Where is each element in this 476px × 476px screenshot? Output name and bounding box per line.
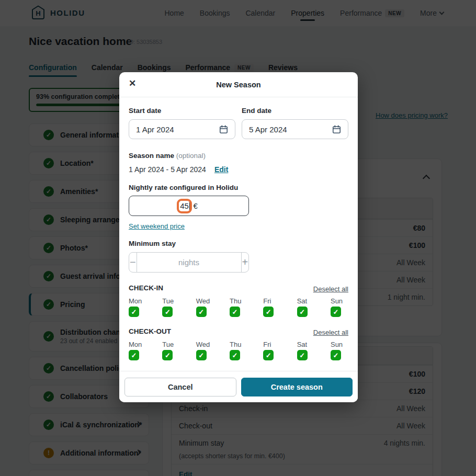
minimum-stay-stepper: − + <box>129 252 249 273</box>
end-date-input[interactable]: 5 Apr 2024 <box>242 119 348 139</box>
check-in-day-labels: Mon Tue Wed Thu Fri Sat Sun <box>129 296 348 305</box>
edit-season-name-link[interactable]: Edit <box>214 165 228 174</box>
check-out-fri-checkbox[interactable]: ✓ <box>263 350 274 360</box>
calendar-icon[interactable] <box>219 124 229 134</box>
nightly-rate-input[interactable]: 45 € <box>129 196 249 216</box>
check-out-sun-checkbox[interactable]: ✓ <box>331 350 341 360</box>
check-out-tue-checkbox[interactable]: ✓ <box>162 350 173 360</box>
season-name-label: Season name (optional) <box>129 152 206 160</box>
start-date-label: Start date <box>129 107 161 115</box>
check-out-section-label: CHECK-OUT <box>129 327 171 335</box>
optional-hint: (optional) <box>176 152 206 160</box>
minimum-stay-label: Minimum stay <box>129 240 176 247</box>
modal-footer: Cancel Create season <box>119 371 358 402</box>
modal-header: ✕ New Season <box>119 72 358 97</box>
check-out-day-labels: Mon Tue Wed Thu Fri Sat Sun <box>129 339 348 349</box>
modal-title: New Season <box>216 81 260 89</box>
start-date-input[interactable]: 1 Apr 2024 <box>129 119 235 139</box>
create-season-button[interactable]: Create season <box>241 378 353 396</box>
check-out-sat-checkbox[interactable]: ✓ <box>297 350 308 360</box>
check-out-deselect-all-link[interactable]: Deselect all <box>313 328 348 336</box>
end-date-label: End date <box>242 107 271 115</box>
check-out-day-checkboxes: ✓ ✓ ✓ ✓ ✓ ✓ ✓ <box>129 350 348 360</box>
check-in-sun-checkbox[interactable]: ✓ <box>331 307 341 317</box>
decrement-button[interactable]: − <box>129 253 137 272</box>
check-in-mon-checkbox[interactable]: ✓ <box>129 307 139 317</box>
currency-symbol: € <box>194 201 198 210</box>
increment-button[interactable]: + <box>241 253 249 272</box>
season-name-value: 1 Apr 2024 - 5 Apr 2024 <box>129 165 206 174</box>
check-in-tue-checkbox[interactable]: ✓ <box>162 307 173 317</box>
check-in-fri-checkbox[interactable]: ✓ <box>263 307 274 317</box>
check-in-section-label: CHECK-IN <box>129 284 163 292</box>
season-name-row: 1 Apr 2024 - 5 Apr 2024 Edit <box>129 165 228 174</box>
cancel-button[interactable]: Cancel <box>124 378 236 396</box>
nights-input[interactable] <box>137 253 241 272</box>
check-in-day-checkboxes: ✓ ✓ ✓ ✓ ✓ ✓ ✓ <box>129 307 348 317</box>
set-weekend-price-link[interactable]: Set weekend price <box>129 222 185 230</box>
check-in-deselect-all-link[interactable]: Deselect all <box>313 285 348 293</box>
check-out-wed-checkbox[interactable]: ✓ <box>196 350 207 360</box>
nightly-rate-value: 45 <box>180 201 189 210</box>
calendar-icon[interactable] <box>332 124 342 134</box>
check-in-wed-checkbox[interactable]: ✓ <box>196 307 207 317</box>
check-in-thu-checkbox[interactable]: ✓ <box>230 307 240 317</box>
new-season-modal: ✕ New Season Start date End date 1 Apr 2… <box>119 72 358 402</box>
check-out-thu-checkbox[interactable]: ✓ <box>230 350 240 360</box>
nightly-rate-label: Nightly rate configured in Holidu <box>129 184 238 191</box>
close-icon[interactable]: ✕ <box>129 79 136 88</box>
text-cursor <box>189 201 190 211</box>
check-out-mon-checkbox[interactable]: ✓ <box>129 350 139 360</box>
check-in-sat-checkbox[interactable]: ✓ <box>297 307 308 317</box>
